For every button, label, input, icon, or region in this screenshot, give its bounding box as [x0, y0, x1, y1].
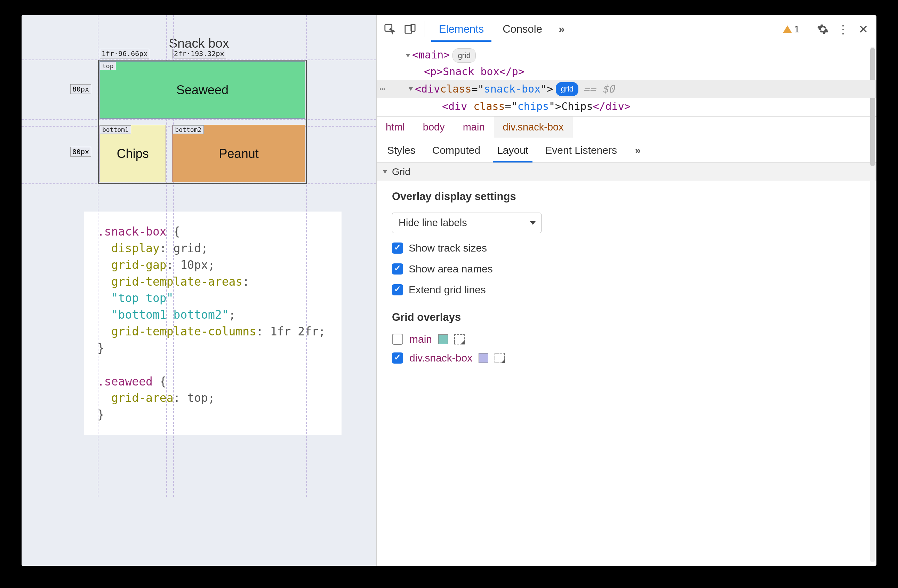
tab-console[interactable]: Console [495, 17, 550, 42]
tab-event-listeners[interactable]: Event Listeners [541, 138, 621, 163]
grid-overlay-row-main: main [392, 333, 861, 345]
breadcrumb-trail: html body main div.snack-box [377, 116, 876, 138]
color-swatch-main[interactable] [438, 334, 448, 344]
dom-node-p[interactable]: <p>Snack box</p> [392, 63, 869, 80]
checkbox-show-track-sizes[interactable] [392, 243, 403, 254]
grid-cell-chips: bottom1 Chips [100, 125, 166, 182]
grid-cell-peanut: bottom2 Peanut [172, 125, 305, 182]
row-size-label-1: 80px [70, 84, 91, 94]
scrollbar[interactable] [870, 47, 875, 562]
breadcrumb-body[interactable]: body [414, 117, 454, 138]
tab-layout[interactable]: Layout [493, 138, 532, 163]
code-prop: grid-template-areas [111, 275, 243, 288]
code-prop: grid-gap [111, 258, 167, 272]
dom-node-snack-box-selected[interactable]: ⋯ <div class="snack-box"> grid == $0 [377, 80, 876, 98]
checkbox-row-track-sizes: Show track sizes [392, 242, 861, 254]
warning-icon [783, 25, 792, 33]
devtools-panel: Elements Console » 1 ⋮ ✕ <main>grid <p>S… [376, 15, 876, 566]
breadcrumb-html[interactable]: html [377, 117, 414, 138]
tab-elements[interactable]: Elements [431, 17, 491, 42]
settings-gear-icon[interactable] [815, 21, 831, 38]
snack-box-grid: top Seaweed bottom1 Chips bottom2 Peanut [100, 61, 305, 182]
cell-label: Seaweed [176, 83, 229, 97]
dom-node-chips[interactable]: <div class="chips">Chips</div> [392, 98, 869, 115]
chevron-down-icon [383, 170, 387, 174]
checkbox-label: Show track sizes [409, 242, 487, 254]
inspect-element-icon[interactable] [381, 21, 398, 38]
devtools-toolbar: Elements Console » 1 ⋮ ✕ [377, 15, 876, 43]
overlay-name-main[interactable]: main [409, 333, 432, 345]
eq-dollar-zero: == $0 [583, 81, 615, 97]
overlay-display-settings-heading: Overlay display settings [392, 190, 861, 203]
grid-outline[interactable]: top Seaweed bottom1 Chips bottom2 Peanut [98, 60, 307, 184]
device-toolbar-icon[interactable] [402, 21, 418, 38]
line-labels-dropdown[interactable]: Hide line labels [392, 212, 541, 233]
cell-label: Chips [117, 146, 149, 161]
code-block: .snack-box { display: grid; grid-gap: 10… [84, 212, 341, 435]
more-tabs-icon[interactable]: » [554, 21, 570, 38]
code-string: "bottom1 bottom2" [111, 308, 229, 322]
color-swatch-snack-box[interactable] [478, 353, 488, 363]
page-preview-panel: Snack box 1fr·96.66px 2fr·193.32px 80px … [22, 15, 376, 566]
separator [424, 21, 425, 37]
dom-node-main[interactable]: <main>grid [392, 47, 869, 63]
checkbox-show-area-names[interactable] [392, 263, 403, 274]
section-header-grid[interactable]: Grid [377, 163, 876, 181]
grid-pill-active[interactable]: grid [556, 82, 578, 96]
tab-computed[interactable]: Computed [428, 138, 484, 163]
separator [808, 21, 808, 37]
sidebar-panel-tabs: Styles Computed Layout Event Listeners » [377, 138, 876, 163]
code-prop: grid-template-columns [111, 325, 256, 338]
highlight-element-icon[interactable] [454, 334, 464, 345]
overlay-name-snack-box[interactable]: div.snack-box [409, 352, 472, 364]
layout-panel-body: Overlay display settings Hide line label… [377, 181, 876, 380]
more-panel-tabs-icon[interactable]: » [629, 142, 646, 159]
dom-tree[interactable]: <main>grid <p>Snack box</p> ⋯ <div class… [377, 43, 876, 116]
checkbox-overlay-snack-box[interactable] [392, 352, 403, 363]
area-name-tag-bottom2: bottom2 [172, 125, 204, 134]
grid-overlay-wrap: 1fr·96.66px 2fr·193.32px 80px 80px top S… [98, 60, 307, 184]
code-selector: .seaweed [97, 375, 153, 388]
checkbox-label: Extend grid lines [409, 284, 486, 296]
code-prop: display [111, 242, 160, 255]
checkbox-extend-grid-lines[interactable] [392, 284, 403, 296]
grid-cell-seaweed: top Seaweed [100, 61, 305, 119]
highlight-element-icon[interactable] [495, 353, 505, 363]
tab-styles[interactable]: Styles [383, 138, 420, 163]
warnings-badge[interactable]: 1 [781, 24, 802, 35]
checkbox-label: Show area names [409, 263, 493, 275]
grid-overlays-heading: Grid overlays [392, 311, 861, 323]
gutter-dots-icon[interactable]: ⋯ [380, 82, 386, 97]
checkbox-row-area-names: Show area names [392, 263, 861, 275]
column-size-label-2: 2fr·193.32px [172, 49, 226, 58]
checkbox-overlay-main[interactable] [392, 334, 403, 345]
close-icon[interactable]: ✕ [855, 21, 872, 38]
grid-pill[interactable]: grid [452, 48, 476, 63]
code-string: "top top" [111, 291, 174, 305]
checkbox-row-extend-lines: Extend grid lines [392, 284, 861, 296]
area-name-tag-top: top [100, 62, 116, 70]
grid-overlay-row-snack-box: div.snack-box [392, 352, 861, 364]
area-name-tag-bottom1: bottom1 [100, 125, 131, 134]
cell-label: Peanut [219, 146, 259, 161]
code-prop: grid-area [111, 391, 174, 405]
app-window: Snack box 1fr·96.66px 2fr·193.32px 80px … [22, 15, 876, 566]
row-size-label-2: 80px [70, 147, 91, 157]
breadcrumb-snack-box[interactable]: div.snack-box [494, 117, 573, 138]
breadcrumb-main[interactable]: main [454, 117, 494, 138]
code-selector: .snack-box [97, 225, 167, 238]
kebab-menu-icon[interactable]: ⋮ [835, 21, 851, 38]
column-size-label-1: 1fr·96.66px [100, 49, 149, 58]
